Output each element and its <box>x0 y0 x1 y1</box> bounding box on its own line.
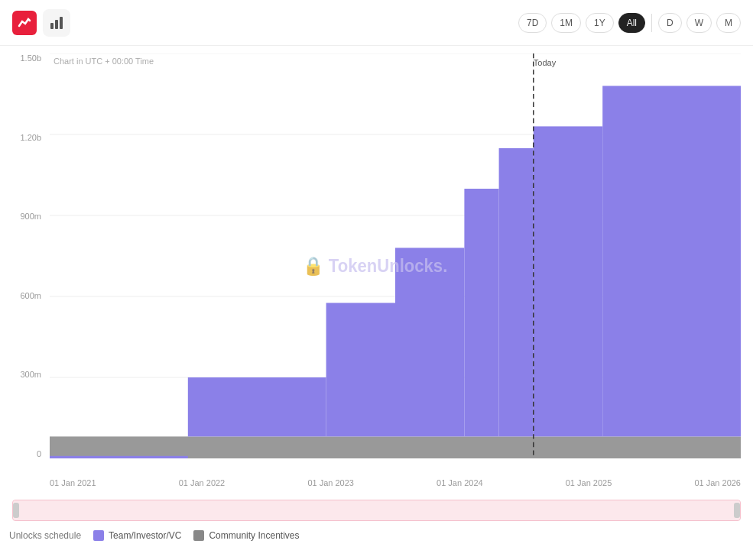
y-label-150b: 1.50b <box>20 53 41 63</box>
svg-rect-13 <box>464 189 498 436</box>
btn-all[interactable]: All <box>618 13 645 33</box>
svg-rect-16 <box>602 86 741 436</box>
svg-rect-1 <box>55 20 58 29</box>
watermark-text: 🔒 TokenUnlocks. <box>303 255 447 277</box>
y-label-900m: 900m <box>20 212 41 221</box>
svg-rect-9 <box>50 456 188 458</box>
legend-swatch-gray <box>193 530 204 541</box>
svg-rect-0 <box>50 23 54 29</box>
x-label-2021: 01 Jan 2021 <box>50 478 96 487</box>
scrollbar-handle-right[interactable] <box>734 503 740 518</box>
btn-7d[interactable]: 7D <box>518 13 547 33</box>
svg-rect-2 <box>60 17 63 29</box>
svg-rect-10 <box>188 377 326 436</box>
btn-m[interactable]: M <box>716 13 741 33</box>
y-label-0: 0 <box>37 449 41 458</box>
btn-1y[interactable]: 1Y <box>586 13 614 33</box>
y-label-300m: 300m <box>20 370 41 379</box>
chart-svg-wrapper: 🔒 TokenUnlocks. Today <box>50 53 741 458</box>
btn-d[interactable]: D <box>658 13 682 33</box>
legend-label-community: Community Incentives <box>209 530 299 541</box>
svg-rect-15 <box>534 126 602 436</box>
separator <box>651 14 652 32</box>
legend-item-team: Team/Investor/VC <box>93 530 181 541</box>
logo-icon <box>12 11 37 35</box>
x-label-2024: 01 Jan 2024 <box>437 478 483 487</box>
legend-label-team: Team/Investor/VC <box>109 530 181 541</box>
btn-1m[interactable]: 1M <box>551 13 581 33</box>
toolbar: 7D 1M 1Y All D W M <box>0 0 753 46</box>
x-label-2023: 01 Jan 2023 <box>307 478 354 487</box>
scrollbar-section <box>0 497 753 524</box>
chart-container: Chart in UTC + 00:00 Time 1.50b 1.20b 90… <box>0 46 753 497</box>
y-label-600m: 600m <box>20 291 41 300</box>
svg-rect-14 <box>499 148 534 436</box>
svg-rect-12 <box>395 248 464 436</box>
toolbar-left <box>12 9 70 37</box>
y-label-120b: 1.20b <box>20 133 41 142</box>
legend: Unlocks schedule Team/Investor/VC Commun… <box>0 524 753 547</box>
svg-rect-11 <box>326 303 395 436</box>
x-label-2025: 01 Jan 2025 <box>566 478 612 487</box>
x-label-2026: 01 Jan 2026 <box>694 478 741 487</box>
legend-swatch-purple <box>93 530 104 541</box>
x-axis: 01 Jan 2021 01 Jan 2022 01 Jan 2023 01 J… <box>50 478 741 487</box>
today-label: Today <box>534 58 556 67</box>
toolbar-right: 7D 1M 1Y All D W M <box>518 13 741 33</box>
x-label-2022: 01 Jan 2022 <box>179 478 226 487</box>
scrollbar-handle-left[interactable] <box>13 503 19 518</box>
scrollbar-track[interactable] <box>12 500 741 521</box>
legend-item-community: Community Incentives <box>193 530 299 541</box>
y-axis: 1.50b 1.20b 900m 600m 300m 0 <box>0 53 47 458</box>
btn-w[interactable]: W <box>686 13 712 33</box>
bar-chart-icon[interactable] <box>43 9 70 37</box>
community-incentives-bar <box>50 436 741 458</box>
chart-svg: 🔒 TokenUnlocks. <box>50 53 741 458</box>
legend-title: Unlocks schedule <box>9 530 81 541</box>
